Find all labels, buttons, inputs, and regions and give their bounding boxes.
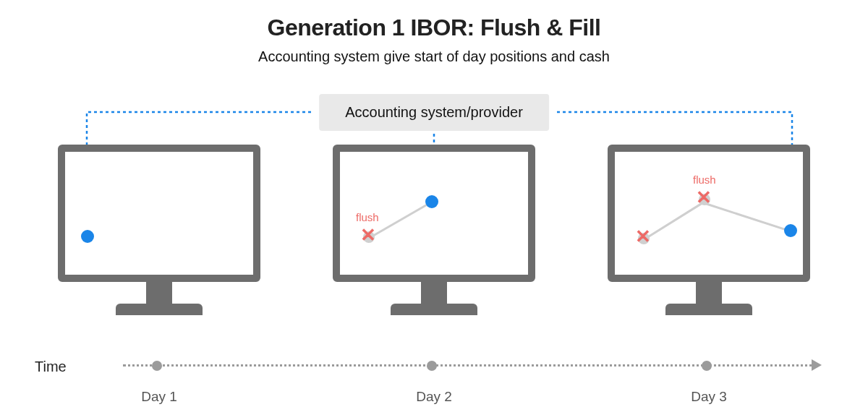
day-label-1: Day 1 [116, 389, 203, 405]
flush-label: flush [693, 173, 716, 186]
monitor-stand-icon [421, 282, 447, 304]
data-point-icon [81, 230, 94, 243]
diagram-subtitle: Accounting system give start of day posi… [0, 48, 868, 65]
monitor-day1 [58, 145, 260, 315]
monitor-base-icon [391, 304, 477, 315]
screen-day2: ✕ flush [333, 145, 535, 282]
diagram-title: Generation 1 IBOR: Flush & Fill [0, 0, 868, 41]
time-axis [123, 364, 817, 367]
monitor-stand-icon [146, 282, 172, 304]
trend-line-icon [705, 202, 788, 231]
screen-day3: ✕ ✕ flush [608, 145, 810, 282]
monitor-base-icon [116, 304, 203, 315]
monitor-base-icon [665, 304, 752, 315]
flush-label: flush [356, 211, 379, 223]
monitor-day3: ✕ ✕ flush [608, 145, 810, 315]
day-label-3: Day 3 [665, 389, 752, 405]
screen-day1 [58, 145, 260, 282]
provider-box: Accounting system/provider [319, 94, 549, 131]
data-point-icon [425, 195, 438, 208]
timeline-dot-icon [427, 361, 437, 371]
day-label-2: Day 2 [391, 389, 477, 405]
monitor-day2: ✕ flush [333, 145, 535, 315]
x-mark-icon: ✕ [360, 226, 376, 244]
trend-line-icon [643, 202, 703, 240]
timeline-dot-icon [152, 361, 162, 371]
monitor-stand-icon [696, 282, 722, 304]
x-mark-icon: ✕ [635, 227, 651, 246]
monitor-row: ✕ flush ✕ ✕ flush [0, 145, 868, 333]
timeline-dot-icon [702, 361, 712, 371]
data-point-icon [784, 224, 797, 237]
x-mark-icon: ✕ [696, 188, 712, 207]
arrow-right-icon [812, 359, 822, 371]
time-axis-label: Time [35, 359, 67, 375]
